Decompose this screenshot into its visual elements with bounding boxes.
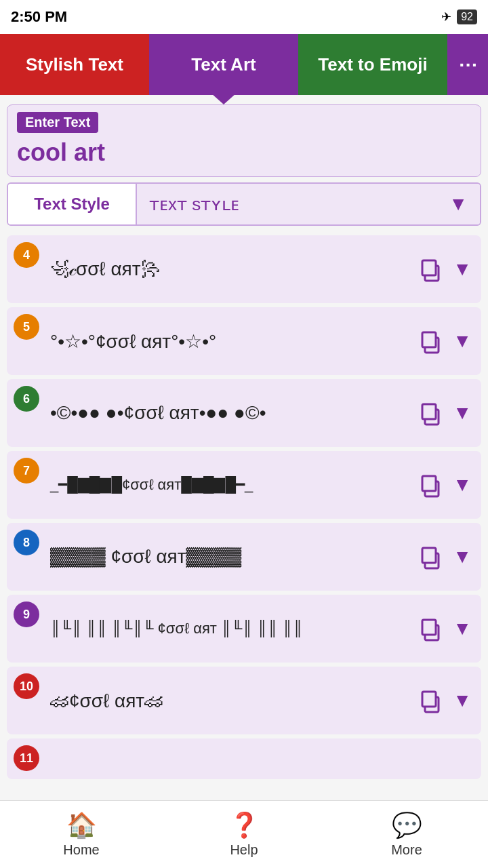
battery-indicator: 92: [457, 9, 477, 24]
style-item-7: 7 _━█▇█▇█¢σσℓ αят█▇█▇█━_ ▼: [7, 451, 481, 519]
nav-home[interactable]: 🏠 Home: [0, 801, 163, 868]
style-text-10: 🏎¢σσℓ αят🏎: [16, 690, 416, 712]
expand-arrow-4[interactable]: ▼: [453, 258, 472, 280]
tab-stylish-text[interactable]: Stylish Text: [0, 34, 149, 95]
svg-rect-3: [422, 332, 436, 347]
item-actions-10: ▼: [416, 686, 472, 715]
expand-arrow-5[interactable]: ▼: [453, 330, 472, 352]
item-actions-8: ▼: [416, 542, 472, 572]
badge-9: 9: [14, 601, 39, 627]
copy-button-5[interactable]: [416, 326, 446, 356]
style-item-10: 10 🏎¢σσℓ αят🏎 ▼: [7, 667, 481, 734]
svg-rect-9: [422, 548, 436, 563]
badge-11: 11: [14, 745, 39, 771]
nav-help[interactable]: ❓ Help: [163, 801, 325, 868]
expand-arrow-10[interactable]: ▼: [453, 690, 472, 711]
style-list: 4 ꧁𝒸σσℓ αят꧂ ▼ 5 °•☆•°¢σσℓ αят°•☆•° ▼: [0, 235, 488, 779]
dropdown-arrow-icon: ▼: [449, 193, 468, 215]
item-actions-9: ▼: [416, 614, 472, 644]
status-icons: ✈ 92: [441, 9, 477, 24]
expand-arrow-6[interactable]: ▼: [453, 402, 472, 424]
expand-arrow-9[interactable]: ▼: [453, 618, 472, 639]
style-selector: Text Style ᴛᴇxᴛ sᴛʏʟᴇ ▼: [7, 182, 481, 226]
copy-button-7[interactable]: [416, 470, 446, 500]
copy-button-8[interactable]: [416, 542, 446, 572]
tab-text-art[interactable]: Text Art: [149, 34, 298, 95]
item-actions-5: ▼: [416, 326, 472, 356]
item-actions-7: ▼: [416, 470, 472, 500]
status-time: 2:50 PM: [11, 8, 67, 26]
input-label: Enter Text: [17, 112, 98, 133]
expand-arrow-8[interactable]: ▼: [453, 546, 472, 568]
nav-home-label: Home: [63, 842, 99, 858]
style-text-6: •©•●● ●•¢σσℓ αят•●● ●©•: [16, 402, 416, 424]
style-text-8: ▓▓▓▓ ¢σσℓ αят▓▓▓▓: [16, 546, 416, 568]
style-item-4: 4 ꧁𝒸σσℓ αят꧂ ▼: [7, 235, 481, 303]
svg-rect-5: [422, 404, 436, 419]
badge-7: 7: [14, 458, 39, 484]
svg-rect-11: [422, 620, 436, 635]
style-item-8: 8 ▓▓▓▓ ¢σσℓ αят▓▓▓▓ ▼: [7, 523, 481, 591]
help-icon: ❓: [229, 811, 260, 840]
badge-6: 6: [14, 386, 39, 412]
style-item-11: 11: [7, 738, 481, 779]
tab-more[interactable]: ⋯: [447, 34, 488, 95]
svg-rect-13: [422, 692, 436, 707]
svg-rect-7: [422, 476, 436, 491]
style-item-5: 5 °•☆•°¢σσℓ αят°•☆•° ▼: [7, 307, 481, 375]
text-input[interactable]: [17, 138, 471, 167]
style-label: Text Style: [8, 184, 137, 224]
home-icon: 🏠: [66, 811, 97, 840]
airplane-icon: ✈: [441, 9, 451, 24]
style-item-6: 6 •©•●● ●•¢σσℓ αят•●● ●©• ▼: [7, 379, 481, 447]
tab-text-to-emoji[interactable]: Text to Emoji: [298, 34, 447, 95]
item-actions-6: ▼: [416, 398, 472, 428]
style-text-9: ║╙║ ║║ ║╙║╙ ¢σσℓ αят ║╙║ ║║ ║║: [16, 620, 416, 637]
style-text-4: ꧁𝒸σσℓ αят꧂: [16, 258, 416, 281]
svg-rect-1: [422, 260, 436, 275]
copy-button-10[interactable]: [416, 686, 446, 715]
nav-help-label: Help: [230, 842, 258, 858]
item-actions-4: ▼: [416, 254, 472, 284]
badge-5: 5: [14, 314, 39, 340]
style-dropdown[interactable]: ᴛᴇxᴛ sᴛʏʟᴇ ▼: [137, 184, 480, 224]
style-item-9: 9 ║╙║ ║║ ║╙║╙ ¢σσℓ αят ║╙║ ║║ ║║ ▼: [7, 595, 481, 663]
style-selected-value: ᴛᴇxᴛ sᴛʏʟᴇ: [149, 194, 239, 215]
expand-arrow-7[interactable]: ▼: [453, 474, 472, 496]
input-area: Enter Text: [7, 104, 481, 177]
tab-bar: Stylish Text Text Art Text to Emoji ⋯: [0, 34, 488, 95]
copy-button-4[interactable]: [416, 254, 446, 284]
style-text-7: _━█▇█▇█¢σσℓ αят█▇█▇█━_: [16, 476, 416, 494]
bottom-nav: 🏠 Home ❓ Help 💬 More: [0, 800, 488, 868]
copy-button-9[interactable]: [416, 614, 446, 644]
badge-4: 4: [14, 242, 39, 268]
copy-button-6[interactable]: [416, 398, 446, 428]
badge-10: 10: [14, 673, 39, 699]
more-icon: 💬: [392, 811, 422, 840]
nav-more[interactable]: 💬 More: [325, 801, 488, 868]
status-bar: 2:50 PM ✈ 92: [0, 0, 488, 34]
badge-8: 8: [14, 530, 39, 555]
style-text-5: °•☆•°¢σσℓ αят°•☆•°: [16, 330, 416, 353]
nav-more-label: More: [391, 842, 422, 858]
